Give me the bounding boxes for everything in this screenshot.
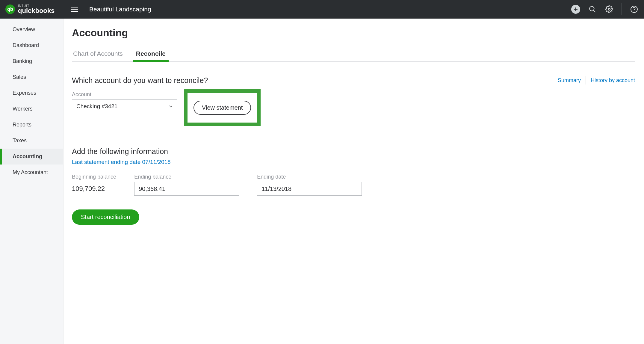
page-title: Accounting — [72, 27, 635, 39]
svg-point-2 — [589, 6, 594, 11]
ending-date-input[interactable] — [257, 182, 362, 196]
sidebar-item-taxes[interactable]: Taxes — [0, 133, 63, 149]
svg-point-4 — [608, 8, 610, 10]
topbar: qb INTUIT quickbooks Beautiful Landscapi… — [0, 0, 644, 19]
hamburger-icon[interactable] — [71, 7, 78, 12]
tabs: Chart of AccountsReconcile — [72, 47, 635, 62]
summary-link[interactable]: Summary — [558, 77, 581, 84]
reconcile-question: Which account do you want to reconcile? — [72, 76, 208, 85]
add-button[interactable] — [571, 5, 580, 14]
account-field-label: Account — [72, 91, 635, 98]
sidebar-item-overview[interactable]: Overview — [0, 22, 63, 37]
sidebar-item-my-accountant[interactable]: My Accountant — [0, 165, 63, 180]
sidebar-item-workers[interactable]: Workers — [0, 101, 63, 117]
sidebar-item-accounting[interactable]: Accounting — [0, 149, 63, 165]
tab-reconcile[interactable]: Reconcile — [135, 47, 167, 61]
brand: qb INTUIT quickbooks — [5, 4, 62, 14]
start-reconciliation-button[interactable]: Start reconciliation — [72, 209, 139, 225]
account-select[interactable]: Checking #3421 — [72, 99, 177, 113]
last-statement-link[interactable]: Last statement ending date 07/11/2018 — [72, 159, 635, 165]
sidebar-item-expenses[interactable]: Expenses — [0, 85, 63, 101]
brand-badge: qb — [5, 4, 15, 14]
sidebar-item-sales[interactable]: Sales — [0, 69, 63, 85]
help-icon[interactable] — [630, 5, 639, 14]
sidebar-item-dashboard[interactable]: Dashboard — [0, 37, 63, 53]
sidebar: OverviewDashboardBankingSalesExpensesWor… — [0, 19, 64, 344]
gear-icon[interactable] — [605, 5, 614, 14]
links-separator — [586, 76, 586, 85]
sidebar-item-banking[interactable]: Banking — [0, 53, 63, 69]
topbar-divider — [622, 3, 622, 15]
beginning-balance-label: Beginning balance — [72, 174, 116, 180]
reconcile-links: Summary History by account — [558, 76, 635, 85]
brand-text: INTUIT quickbooks — [18, 4, 55, 14]
view-statement-button[interactable]: View statement — [193, 101, 251, 115]
company-name: Beautiful Landscaping — [89, 6, 151, 13]
tab-chart-of-accounts[interactable]: Chart of Accounts — [72, 47, 124, 61]
add-info-heading: Add the following information — [72, 147, 635, 156]
beginning-balance-value: 109,709.22 — [72, 185, 116, 193]
ending-balance-input[interactable] — [134, 182, 239, 196]
chevron-down-icon[interactable] — [164, 100, 177, 113]
ending-date-label: Ending date — [257, 174, 362, 180]
ending-balance-label: Ending balance — [134, 174, 239, 180]
sidebar-item-reports[interactable]: Reports — [0, 117, 63, 133]
svg-point-6 — [634, 11, 634, 11]
search-icon[interactable] — [588, 5, 597, 14]
account-select-value: Checking #3421 — [72, 100, 164, 113]
topbar-actions — [571, 3, 639, 15]
main-content: Accounting Chart of AccountsReconcile Wh… — [64, 19, 644, 344]
svg-line-3 — [593, 10, 595, 12]
brand-product-label: quickbooks — [18, 7, 55, 14]
history-link[interactable]: History by account — [591, 77, 635, 84]
view-statement-highlight: View statement — [184, 89, 261, 126]
